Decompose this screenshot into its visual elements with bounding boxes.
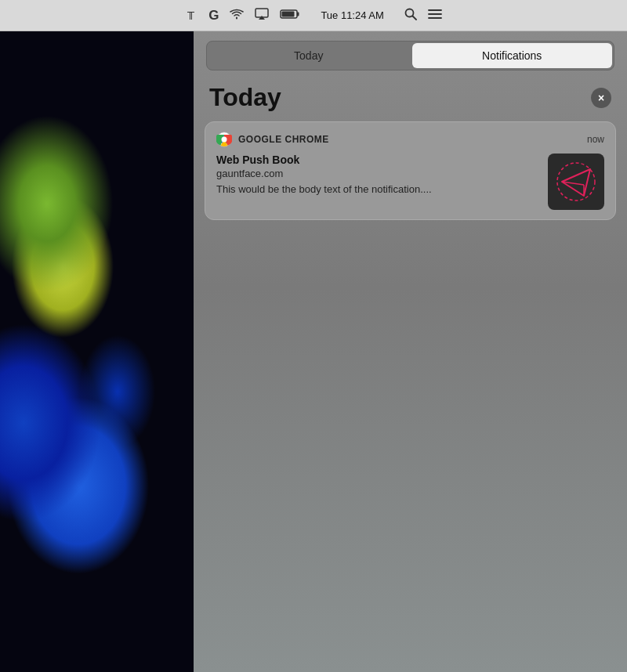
tab-bar: Today Notifications — [206, 41, 614, 70]
tab-today[interactable]: Today — [208, 43, 409, 68]
svg-rect-2 — [297, 12, 299, 16]
notification-body: Web Push Book gauntface.com This would b… — [216, 154, 604, 210]
airplay-icon[interactable] — [255, 8, 269, 23]
notification-message: This would be the body text of the notif… — [216, 182, 538, 197]
menubar-icons: ⫪ G Tue 11:24 — [185, 8, 442, 23]
tab-notifications[interactable]: Notifications — [412, 43, 613, 68]
today-header: Today × — [194, 70, 627, 121]
notification-header: GOOGLE CHROME now — [216, 132, 604, 147]
menubar: ⫪ G Tue 11:24 — [0, 0, 627, 31]
notification-card: GOOGLE CHROME now Web Push Book gauntfac… — [205, 121, 616, 220]
desktop-splash — [0, 31, 194, 672]
google-icon[interactable]: G — [208, 8, 219, 23]
close-button[interactable]: × — [591, 88, 611, 108]
notification-text: Web Push Book gauntface.com This would b… — [216, 154, 538, 197]
svg-line-5 — [412, 16, 416, 20]
menubar-time: Tue 11:24 AM — [321, 9, 383, 21]
notification-site: gauntface.com — [216, 168, 538, 179]
today-title: Today — [209, 83, 281, 112]
app-name: GOOGLE CHROME — [238, 134, 329, 145]
search-icon[interactable] — [404, 8, 417, 23]
notification-image — [548, 154, 604, 210]
notification-title: Web Push Book — [216, 154, 538, 166]
chrome-icon — [216, 132, 232, 147]
paper-plane-icon — [556, 161, 596, 202]
svg-point-11 — [222, 137, 227, 143]
notification-center-panel: Today Notifications Today × GOOGLE CHROM… — [194, 31, 627, 672]
menu-icon[interactable] — [428, 9, 442, 23]
fork-icon[interactable]: ⫪ — [185, 9, 198, 23]
notification-app-info: GOOGLE CHROME — [216, 132, 329, 147]
svg-rect-3 — [282, 11, 295, 16]
desktop-background — [0, 31, 194, 672]
notification-time: now — [587, 134, 604, 145]
wifi-icon[interactable] — [230, 9, 244, 23]
battery-icon[interactable] — [280, 9, 300, 23]
